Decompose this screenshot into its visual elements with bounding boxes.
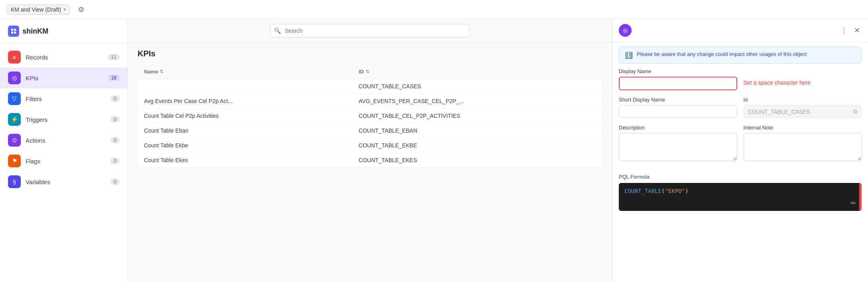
hint-text: Set a space character here [744, 68, 862, 86]
pql-formula-section: PQL Formula COUNT_TABLE ( "EKPO" ) ✏ [612, 174, 868, 217]
main-layout: shinKM ≡ Records 11 ◎ KPIs 18 ▽ Filters … [0, 19, 868, 282]
pql-edit-button[interactable]: ✏ [851, 199, 856, 207]
app-icon [8, 26, 19, 37]
flags-icon: ⚑ [8, 155, 21, 167]
table-row[interactable]: Count Table Eban COUNT_TABLE_EBAN [138, 123, 602, 138]
internal-note-textarea[interactable] [744, 133, 862, 161]
sidebar-item-kpis[interactable]: ◎ KPIs 18 [0, 68, 128, 88]
svg-rect-0 [11, 29, 13, 31]
sidebar-item-filters[interactable]: ▽ Filters 0 [0, 88, 128, 109]
right-panel-actions: ⋮ ✕ [839, 24, 862, 36]
flags-count: 0 [110, 158, 120, 164]
sidebar-navigation: ≡ Records 11 ◎ KPIs 18 ▽ Filters 0 ⚡ Tri… [0, 44, 128, 282]
sidebar-item-label: Records [26, 54, 103, 61]
table-row[interactable]: Count Table Ekes COUNT_TABLE_EKES [138, 153, 602, 168]
short-display-name-input[interactable] [619, 105, 737, 118]
sidebar-item-variables[interactable]: § Variables 0 [0, 171, 128, 192]
id-value: COUNT_TABLE_CASES [748, 109, 810, 115]
svg-rect-1 [14, 29, 16, 31]
display-name-row: Display Name Set a space character here [619, 68, 862, 90]
row-id: COUNT_TABLE_CASES [352, 79, 602, 94]
table-row[interactable]: Count Table Ekbe COUNT_TABLE_EKBE [138, 138, 602, 153]
row-id: COUNT_TABLE_EKBE [352, 138, 602, 153]
row-id: COUNT_TABLE_EBAN [352, 123, 602, 138]
gear-button[interactable]: ⚙ [76, 4, 86, 16]
table-row[interactable]: COUNT_TABLE_CASES [138, 79, 602, 94]
records-icon: ≡ [8, 51, 21, 64]
display-name-label: Display Name [619, 68, 737, 74]
sidebar-item-records[interactable]: ≡ Records 11 [0, 47, 128, 68]
row-name: Count Table Ekes [138, 153, 352, 168]
close-button[interactable]: ✕ [852, 24, 862, 36]
table-row[interactable]: Avg Events Per Case Cel P2p Act... AVG_E… [138, 94, 602, 109]
kpis-table: Name ⇅ ID ⇅ [138, 65, 602, 168]
copy-id-button[interactable]: ⧉ [853, 108, 857, 115]
pql-code: COUNT_TABLE ( "EKPO" ) [624, 188, 856, 194]
sidebar-header: shinKM [0, 19, 128, 44]
search-icon: 🔍 [274, 28, 281, 34]
draft-selector-button[interactable]: KM and View (Draft) ▾ [6, 4, 70, 15]
short-display-name-field: Short Display Name [619, 97, 737, 118]
kpis-icon: ◎ [8, 71, 21, 84]
sort-icon: ⇅ [366, 69, 369, 74]
search-input-wrap: 🔍 [270, 24, 470, 38]
sidebar: shinKM ≡ Records 11 ◎ KPIs 18 ▽ Filters … [0, 19, 128, 282]
col-name[interactable]: Name ⇅ [138, 65, 352, 79]
sidebar-item-label: Filters [26, 95, 106, 102]
variables-icon: § [8, 175, 21, 188]
sidebar-item-actions[interactable]: ⊙ Actions 0 [0, 130, 128, 151]
row-name: Avg Events Per Case Cel P2p Act... [138, 94, 352, 109]
row-id: COUNT_TABLE_CEL_P2P_ACTIVITIES [352, 109, 602, 123]
pql-editor[interactable]: COUNT_TABLE ( "EKPO" ) ✏ [619, 183, 862, 211]
app-name: shinKM [8, 26, 120, 37]
kpis-count: 18 [108, 75, 120, 81]
display-name-field: Display Name [619, 68, 737, 90]
pql-open-paren: ( [662, 188, 665, 194]
sidebar-item-label: Flags [26, 158, 106, 165]
id-readonly: COUNT_TABLE_CASES ⧉ [744, 105, 862, 118]
row-id: COUNT_TABLE_EKES [352, 153, 602, 168]
top-bar: KM and View (Draft) ▾ ⚙ [0, 0, 868, 19]
triggers-icon: ⚡ [8, 113, 21, 126]
info-text: Please be aware that any change could im… [637, 51, 807, 57]
sidebar-item-flags[interactable]: ⚑ Flags 0 [0, 151, 128, 171]
description-note-row: Description Internal Note [619, 125, 862, 161]
actions-icon: ⊙ [8, 134, 21, 147]
triggers-count: 0 [110, 116, 120, 123]
records-count: 11 [108, 54, 120, 60]
col-id[interactable]: ID ⇅ [352, 65, 602, 79]
row-name: Count Table Cel P2p Activities [138, 109, 352, 123]
id-label: Id [744, 97, 862, 103]
search-bar-wrap: 🔍 [128, 19, 612, 43]
sidebar-item-triggers[interactable]: ⚡ Triggers 0 [0, 109, 128, 130]
pql-string: "EKPO" [665, 188, 685, 194]
sidebar-item-label: KPIs [26, 75, 103, 81]
row-name: Count Table Ekbe [138, 138, 352, 153]
display-name-input[interactable] [619, 77, 737, 90]
pql-close-paren: ) [685, 188, 688, 194]
description-textarea[interactable] [619, 133, 737, 161]
draft-label: KM and View (Draft) [11, 6, 61, 13]
right-panel: ◎ ⋮ ✕ ℹ️ Please be aware that any change… [612, 19, 868, 282]
pql-error-indicator [859, 183, 862, 211]
sidebar-item-label: Variables [26, 179, 106, 185]
table-row[interactable]: Count Table Cel P2p Activities COUNT_TAB… [138, 109, 602, 123]
internal-note-field: Internal Note [744, 125, 862, 161]
sidebar-item-label: Triggers [26, 116, 106, 123]
info-icon: ℹ️ [625, 52, 633, 59]
svg-rect-2 [11, 32, 13, 34]
search-input[interactable] [270, 24, 470, 38]
svg-rect-3 [14, 32, 16, 34]
pql-label: PQL Formula [619, 174, 862, 180]
right-panel-header: ◎ ⋮ ✕ [612, 19, 868, 42]
kebab-menu-button[interactable]: ⋮ [839, 24, 849, 36]
id-field: Id COUNT_TABLE_CASES ⧉ [744, 97, 862, 118]
filters-count: 0 [110, 95, 120, 102]
pql-function: COUNT_TABLE [624, 188, 662, 194]
sidebar-item-label: Actions [26, 137, 106, 144]
row-name: Count Table Eban [138, 123, 352, 138]
actions-count: 0 [110, 137, 120, 143]
internal-note-label: Internal Note [744, 125, 862, 131]
description-label: Description [619, 125, 737, 131]
form-section: Display Name Set a space character here … [612, 68, 868, 174]
